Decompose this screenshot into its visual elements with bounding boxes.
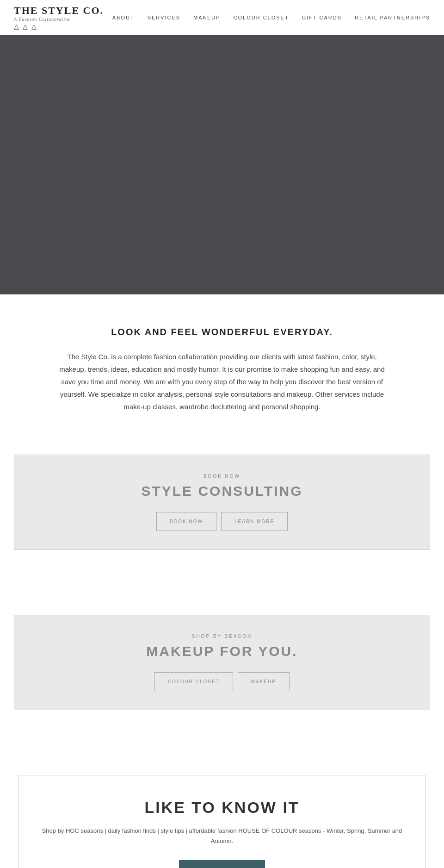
consulting-learn-button[interactable]: LEARN MORE: [221, 512, 288, 531]
site-subtitle: A Fashion Collaboration: [14, 17, 71, 22]
site-title: THE STYLE CO.: [14, 5, 104, 17]
consulting-book-button[interactable]: BOOK NOW: [156, 512, 216, 531]
consulting-title: STYLE CONSULTING: [28, 483, 416, 499]
person-icon: △: [14, 23, 19, 31]
nav-services[interactable]: SERVICES: [148, 15, 180, 20]
intro-body: The Style Co. is a complete fashion coll…: [56, 350, 388, 413]
nav-retail[interactable]: RETAIL PARTNERSHIPS: [355, 15, 430, 20]
ltk-shop-button[interactable]: SHOP ON LTK: [179, 860, 265, 868]
spacer-1: [0, 559, 444, 606]
consulting-card: BOOK NOW STYLE CONSULTING BOOK NOW LEARN…: [14, 455, 430, 550]
ltk-body: Shop by HOC seasons | daily fashion find…: [37, 826, 407, 846]
makeup-card: SHOP BY SEASON MAKEUP FOR YOU. COLOUR CL…: [14, 615, 430, 710]
makeup-title: MAKEUP FOR YOU.: [28, 643, 416, 659]
logo-icons: △ △ △: [14, 23, 37, 31]
nav-about[interactable]: ABOUT: [112, 15, 135, 20]
search-icon: △: [23, 23, 28, 31]
consulting-label: BOOK NOW: [28, 474, 416, 479]
ltk-title: LIKE TO KNOW IT: [37, 799, 407, 817]
nav-makeup[interactable]: MAKEUP: [193, 15, 220, 20]
intro-section: LOOK AND FEEL WONDERFUL EVERYDAY. The St…: [0, 294, 444, 445]
consulting-buttons: BOOK NOW LEARN MORE: [28, 512, 416, 531]
nav-gift-cards[interactable]: GIFT CARDS: [302, 15, 342, 20]
intro-headline: LOOK AND FEEL WONDERFUL EVERYDAY.: [56, 327, 388, 337]
logo-area: THE STYLE CO. A Fashion Collaboration △ …: [14, 5, 104, 31]
hero-section: [0, 35, 444, 294]
main-nav: ABOUT SERVICES MAKEUP COLOUR CLOSET GIFT…: [112, 15, 430, 20]
makeup-label: SHOP BY SEASON: [28, 634, 416, 639]
makeup-makeup-button[interactable]: MAKEUP: [238, 672, 290, 691]
nav-colour-closet[interactable]: COLOUR CLOSET: [234, 15, 289, 20]
site-header: THE STYLE CO. A Fashion Collaboration △ …: [0, 0, 444, 35]
spacer-2: [0, 719, 444, 766]
makeup-colour-closet-button[interactable]: COLOUR CLOSET: [154, 672, 233, 691]
cart-icon: △: [31, 23, 37, 31]
ltk-section: LIKE TO KNOW IT Shop by HOC seasons | da…: [18, 775, 426, 868]
makeup-buttons: COLOUR CLOSET MAKEUP: [28, 672, 416, 691]
